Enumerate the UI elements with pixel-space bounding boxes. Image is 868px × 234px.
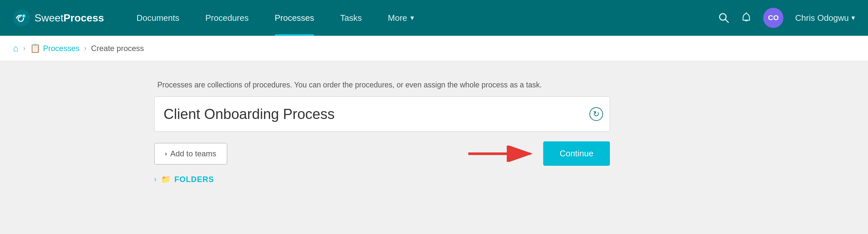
folders-row[interactable]: › 📁 FOLDERS: [154, 175, 714, 184]
nav-item-documents[interactable]: Documents: [123, 0, 192, 36]
continue-area: Continue: [543, 141, 610, 166]
nav-right: CO Chris Odogwu ▾: [718, 8, 855, 28]
process-form: ↻: [154, 97, 610, 132]
search-button[interactable]: [718, 12, 730, 24]
processes-folder-icon: 📋: [30, 43, 40, 53]
nav-item-more[interactable]: More ▾: [375, 0, 427, 36]
svg-point-0: [13, 9, 30, 26]
breadcrumb-sep-2: ›: [84, 44, 86, 53]
form-actions: › Add to teams Continue: [154, 141, 610, 166]
navbar: SweetProcess Documents Procedures Proces…: [0, 0, 868, 36]
breadcrumb-bar: ⌂ › 📋 Processes › Create process: [0, 36, 868, 61]
brand-logo-link[interactable]: SweetProcess: [13, 9, 104, 26]
user-dropdown-icon: ▾: [851, 14, 855, 22]
red-arrow-annotation: [465, 145, 537, 162]
main-content: Processes are collections of procedures.…: [141, 61, 727, 203]
nav-item-tasks[interactable]: Tasks: [327, 0, 375, 36]
breadcrumb-sep-1: ›: [23, 44, 25, 53]
breadcrumb-processes-link[interactable]: 📋 Processes: [30, 43, 80, 53]
sweetprocess-logo: [13, 9, 30, 26]
bell-icon: [741, 12, 751, 24]
nav-item-procedures[interactable]: Procedures: [192, 0, 262, 36]
home-icon: ⌂: [13, 43, 19, 53]
breadcrumb: ⌂ › 📋 Processes › Create process: [13, 43, 144, 54]
arrow-svg: [465, 145, 537, 162]
breadcrumb-current: Create process: [91, 44, 144, 53]
description-text: Processes are collections of procedures.…: [157, 80, 714, 89]
refresh-button[interactable]: ↻: [589, 107, 603, 121]
breadcrumb-home-link[interactable]: ⌂: [13, 43, 19, 54]
nav-item-processes[interactable]: Processes: [262, 0, 327, 36]
nav-items: Documents Procedures Processes Tasks Mor…: [123, 0, 718, 36]
notification-button[interactable]: [741, 12, 751, 24]
user-avatar[interactable]: CO: [763, 8, 783, 28]
add-to-teams-button[interactable]: › Add to teams: [154, 143, 227, 164]
process-name-input[interactable]: [155, 97, 610, 131]
refresh-icon: ↻: [593, 109, 599, 119]
svg-line-3: [725, 19, 728, 23]
search-icon: [718, 12, 730, 24]
add-teams-chevron: ›: [165, 150, 167, 157]
more-dropdown-icon: ▾: [410, 14, 414, 22]
continue-button[interactable]: Continue: [543, 141, 610, 166]
folders-chevron-icon: ›: [154, 175, 157, 183]
brand-name: SweetProcess: [34, 12, 104, 24]
folders-label: 📁 FOLDERS: [161, 175, 214, 184]
folder-icon: 📁: [161, 175, 171, 184]
user-name[interactable]: Chris Odogwu ▾: [795, 13, 855, 23]
